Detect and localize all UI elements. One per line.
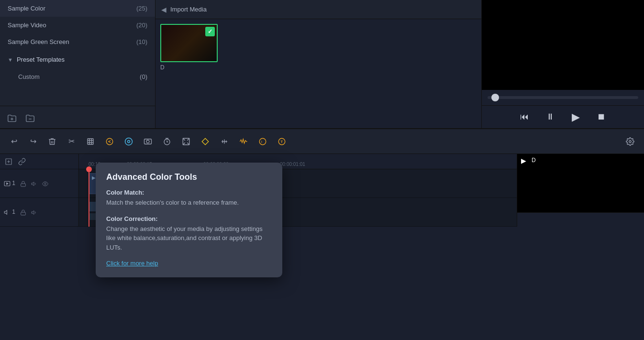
audio-volume-icon[interactable] — [31, 208, 37, 216]
playhead-handle — [86, 166, 92, 172]
video-visible-icon[interactable] — [42, 180, 48, 187]
import-arrow-icon: ◀ — [161, 6, 167, 13]
svg-point-25 — [629, 140, 632, 143]
scrubber-thumb[interactable] — [491, 94, 499, 101]
svg-text:T: T — [280, 140, 283, 144]
scrubber-track[interactable] — [488, 96, 638, 99]
undo-button[interactable]: ↩ — [6, 133, 22, 150]
media-content: ✓ D — [155, 19, 481, 128]
timeline-left-controls: 1 1 — [0, 154, 79, 227]
svg-marker-36 — [32, 211, 34, 215]
remove-folder-icon[interactable] — [25, 112, 35, 123]
import-media-label: Import Media — [170, 6, 207, 13]
preview-panel: ⏮ ⏸ ▶ ⏹ — [481, 0, 644, 128]
media-check-icon: ✓ — [205, 27, 215, 36]
zoom-fit-button[interactable] — [178, 133, 194, 150]
cut-button[interactable]: ✂ — [63, 133, 79, 150]
toolbar: ↩ ↪ ✂ t T — [0, 129, 644, 154]
sidebar-item-sample-color[interactable]: Sample Color (25) — [0, 0, 155, 17]
snapshot-button[interactable] — [140, 133, 156, 150]
audio-lock-icon[interactable] — [20, 208, 26, 216]
audio-eq-button[interactable] — [216, 133, 233, 150]
svg-rect-3 — [88, 139, 93, 144]
add-track-icon[interactable] — [5, 157, 12, 166]
play-icon: ▶ — [92, 175, 96, 180]
svg-marker-30 — [7, 183, 8, 185]
svg-marker-16 — [202, 138, 209, 145]
step-back-button[interactable]: ⏮ — [516, 110, 533, 124]
sidebar-count-sample-video: (20) — [136, 22, 147, 29]
audio-track-control-row: 1 — [0, 198, 78, 227]
color-tools-tooltip: Advanced Color Tools Color Match: Match … — [96, 163, 282, 277]
arrow-icon: ▼ — [8, 57, 13, 63]
audio-mix-button[interactable]: t — [255, 133, 271, 150]
small-preview-clip-label: D — [532, 157, 536, 164]
color-tools-button[interactable] — [121, 133, 137, 150]
keyframe-button[interactable] — [197, 133, 213, 150]
preview-controls: ⏮ ⏸ ▶ ⏹ — [482, 105, 644, 128]
sidebar-count-sample-color: (25) — [136, 5, 147, 12]
tooltip-title: Advanced Color Tools — [106, 172, 272, 182]
sidebar-item-sample-video[interactable]: Sample Video (20) — [0, 17, 155, 33]
sidebar-label-sample-video: Sample Video — [8, 22, 46, 29]
svg-marker-34 — [4, 210, 7, 214]
media-top-bar: ◀ Import Media — [155, 0, 481, 19]
video-lock-icon[interactable] — [20, 180, 26, 187]
left-sidebar: Sample Color (25) Sample Video (20) Samp… — [0, 0, 155, 128]
settings-button[interactable] — [622, 133, 638, 150]
preview-scrubber — [482, 90, 644, 105]
video-track-number: 1 — [4, 180, 15, 187]
rewind-button[interactable] — [101, 133, 118, 150]
svg-point-33 — [44, 183, 46, 185]
sidebar-preset-templates-label: Preset Templates — [17, 56, 65, 63]
toolbar-right-area — [622, 133, 638, 150]
sidebar-count-sample-green-screen: (10) — [136, 38, 147, 45]
crop-button[interactable] — [82, 133, 99, 150]
sidebar-preset-templates-header[interactable]: ▼ Preset Templates — [0, 50, 155, 69]
svg-text:t: t — [261, 140, 262, 143]
sidebar-count-custom: (0) — [140, 73, 147, 80]
svg-point-10 — [128, 140, 130, 143]
svg-point-12 — [146, 140, 149, 143]
video-track-control-row: 1 — [0, 169, 78, 198]
timeline-right-preview: ▶ D — [517, 154, 644, 227]
svg-marker-32 — [32, 182, 34, 186]
ruler-mark-4: 00:00:01:01 — [280, 162, 356, 167]
tooltip-help-link[interactable]: Click for more help — [106, 260, 158, 267]
video-audio-icon[interactable] — [31, 180, 37, 187]
tooltip-color-match-body: Match the selection's color to a referen… — [106, 198, 272, 208]
sidebar-item-sample-green-screen[interactable]: Sample Green Screen (10) — [0, 33, 155, 50]
media-area: ◀ Import Media ✓ D — [155, 0, 481, 128]
media-clip-label: D — [160, 64, 218, 71]
sidebar-item-custom[interactable]: Custom (0) — [0, 69, 155, 85]
svg-rect-31 — [21, 184, 26, 186]
preview-video — [482, 0, 644, 90]
text-button[interactable]: T — [274, 133, 290, 150]
add-folder-icon[interactable] — [7, 112, 17, 123]
waveform-button[interactable] — [235, 133, 252, 150]
small-preview-play-icon: ▶ — [521, 157, 526, 165]
playhead[interactable] — [89, 169, 89, 227]
small-preview-video: ▶ D — [517, 154, 644, 212]
delete-button[interactable] — [44, 133, 60, 150]
media-thumbnail-container: ✓ D — [160, 24, 218, 71]
sidebar-label-sample-green-screen: Sample Green Screen — [8, 38, 69, 45]
pause-button[interactable]: ⏸ — [542, 110, 558, 124]
sidebar-label-sample-color: Sample Color — [8, 5, 45, 12]
tooltip-color-correction-body: Change the aesthetic of your media by ad… — [106, 224, 272, 252]
small-preview-bottom — [517, 212, 644, 227]
svg-point-21 — [259, 138, 266, 145]
svg-point-9 — [125, 138, 133, 145]
sidebar-label-custom: Custom — [18, 73, 40, 80]
timer-button[interactable] — [159, 133, 175, 150]
play-button[interactable]: ▶ — [568, 109, 584, 125]
audio-track-number: 1 — [4, 208, 15, 216]
stop-button[interactable]: ⏹ — [593, 110, 610, 124]
tooltip-color-match-heading: Color Match: — [106, 189, 272, 196]
svg-point-8 — [106, 138, 113, 145]
tooltip-color-correction-heading: Color Correction: — [106, 215, 272, 222]
media-thumbnail[interactable]: ✓ — [160, 24, 218, 62]
svg-rect-35 — [21, 212, 26, 215]
link-icon[interactable] — [18, 157, 26, 166]
redo-button[interactable]: ↪ — [25, 133, 41, 150]
